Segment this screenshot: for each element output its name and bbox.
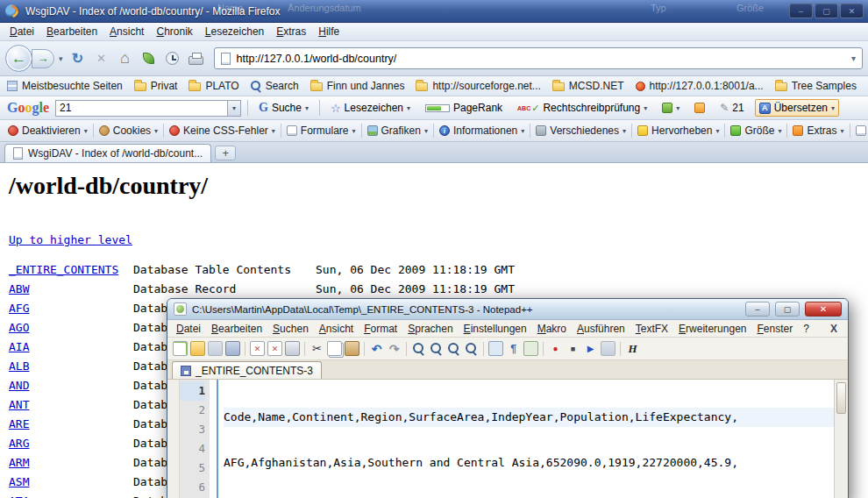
menu-ansicht[interactable]: Ansicht [103,24,150,39]
close-file-icon[interactable]: ✕ [250,341,265,356]
url-bar[interactable]: http://127.0.0.1/world-db/country/ ▾ [214,47,863,69]
replace-icon[interactable] [429,341,444,356]
menu-datei[interactable]: Datei [4,24,40,39]
back-button[interactable]: ← [5,45,32,72]
webdev-quelltext[interactable]: Quelltext [851,123,868,139]
indent-guide-icon[interactable] [523,341,538,356]
minimize-button[interactable]: – [789,4,813,18]
entry-link[interactable]: AFG [9,302,29,315]
entry-link[interactable]: ATA [9,494,29,498]
pagerank-indicator[interactable]: PageRank [421,99,507,117]
tab-wsgidav[interactable]: WsgiDAV - Index of /world-db/count... [4,144,211,162]
save-all-icon[interactable] [225,341,240,356]
maximize-button[interactable]: ▢ [815,4,838,18]
stop-button[interactable]: ✕ [91,48,112,69]
bookmark-mcsd[interactable]: MCSD.NET [552,80,624,92]
editor-text[interactable]: Code,Name,Continent,Region,SurfaceArea,I… [218,380,834,498]
url-dropdown-icon[interactable]: ▾ [851,53,856,63]
menu-hilfe[interactable]: Hilfe [312,24,345,39]
np-menu-sprachen[interactable]: Sprachen [402,322,458,336]
spellcheck-button[interactable]: ABC✓Rechtschreibprüfung▾ [513,99,651,117]
save-macro-icon[interactable] [601,341,615,356]
bookmark-search[interactable]: Search [251,80,299,92]
bookmark-plato[interactable]: PLATO [189,80,238,92]
zoom-in-icon[interactable] [446,341,461,356]
entry-link[interactable]: ANT [9,398,29,411]
entry-link[interactable]: AND [9,379,29,392]
menu-lesezeichen[interactable]: Lesezeichen [199,24,270,39]
textfx-icon[interactable]: H [625,341,640,356]
record-macro-icon[interactable]: ● [548,341,563,356]
notepad-titlebar[interactable]: C:\Users\Martin\AppData\Local\Temp\_ENTI… [167,299,848,320]
notepad-editor[interactable]: 1 2 3 4 5 6 Code,Name,Continent,Region,S… [167,380,848,498]
google-suche-button[interactable]: GSuche▾ [254,98,313,117]
webdev-grafiken[interactable]: Grafiken▾ [363,123,432,139]
webdev-deaktivieren[interactable]: Deaktivieren▾ [4,123,92,139]
menu-chronik[interactable]: Chronik [150,24,198,39]
webdev-verschiedenes[interactable]: Verschiedenes▾ [531,123,630,139]
close-button[interactable]: ✕ [805,302,842,317]
np-menu-makro[interactable]: Makro [532,322,572,336]
bookmark-finn-und-jannes[interactable]: Finn und Jannes [310,80,405,92]
home-button[interactable]: ⌂ [115,48,136,69]
bookmark-tree-samples[interactable]: Tree Samples [775,80,857,92]
entry-link[interactable]: AGO [9,321,29,334]
webdev-informationen[interactable]: iInformationen▾ [435,123,529,139]
entry-link[interactable]: ASM [9,475,29,488]
webdev-extras[interactable]: Extras▾ [788,123,848,139]
np-close-document-button[interactable]: X [830,323,844,335]
wordcount-indicator[interactable]: ✎21 [715,99,748,117]
np-menu-bearbeiten[interactable]: Bearbeiten [206,322,267,336]
maximize-button[interactable]: ▢ [775,302,800,317]
word-wrap-icon[interactable] [488,341,503,356]
search-dropdown-icon[interactable]: ▾ [227,101,240,116]
notepad-tab[interactable]: _ENTIRE_CONTENTS-3 [172,361,322,379]
np-menu-suchen[interactable]: Suchen [267,322,314,336]
highlighter-button[interactable] [690,100,709,116]
google-search-input[interactable] [56,102,227,114]
open-folder-icon[interactable] [190,341,205,356]
entry-link[interactable]: ARE [9,417,29,430]
paste-icon[interactable] [345,341,359,356]
copy-icon[interactable] [327,341,342,356]
find-icon[interactable] [411,341,426,356]
entry-link[interactable]: ALB [9,359,29,373]
entry-link[interactable]: ARM [9,456,29,469]
forward-button[interactable]: → [32,49,54,68]
history-dropdown-icon[interactable]: ▾ [57,54,65,63]
uebersetzen-button[interactable]: AÜbersetzen▾ [755,99,839,117]
np-menu-textfx[interactable]: TextFX [630,322,673,336]
menu-extras[interactable]: Extras [270,24,312,39]
bookmark-most-visited[interactable]: Meistbesuchte Seiten [7,80,123,92]
refresh-button[interactable]: ↻ [68,48,89,69]
save-icon[interactable] [208,341,223,356]
webdev-formulare[interactable]: Formulare▾ [282,123,360,139]
print-button[interactable] [186,48,207,69]
entry-link[interactable]: AIA [9,340,29,353]
new-tab-button[interactable]: + [215,146,236,160]
np-menu-datei[interactable]: Datei [171,322,206,336]
undo-icon[interactable]: ↶ [369,341,384,356]
history-clock-button[interactable] [162,48,183,69]
up-to-higher-level-link[interactable]: Up to higher level [9,233,132,246]
redo-icon[interactable]: ↷ [387,341,402,356]
bookmark-localhost[interactable]: http://127.0.0.1:8001/a... [636,80,764,92]
np-menu-ausfuehren[interactable]: Ausführen [572,322,630,336]
bookmark-privat[interactable]: Privat [134,80,178,92]
vertical-scrollbar[interactable] [834,380,848,498]
show-all-chars-icon[interactable]: ¶ [506,341,521,356]
np-menu-ansicht[interactable]: Ansicht [314,322,359,336]
entry-link[interactable]: _ENTIRE_CONTENTS [9,263,118,276]
np-menu-einstellungen[interactable]: Einstellungen [459,322,532,336]
google-lesezeichen-button[interactable]: ☆Lesezeichen▾ [326,99,415,117]
url-text[interactable]: http://127.0.0.1/world-db/country/ [237,53,397,65]
play-macro-icon[interactable]: ▶ [583,341,598,356]
autofill-button[interactable]: ▾ [658,100,684,116]
cut-icon[interactable]: ✂ [309,341,324,356]
minimize-button[interactable]: – [745,302,770,317]
np-menu-format[interactable]: Format [359,322,402,336]
entry-link[interactable]: ABW [9,282,29,295]
webdev-css-fehler[interactable]: Keine CSS-Fehler▾ [165,123,280,139]
zoom-out-icon[interactable] [464,341,479,356]
webdev-hervorheben[interactable]: Hervorheben▾ [633,123,723,139]
